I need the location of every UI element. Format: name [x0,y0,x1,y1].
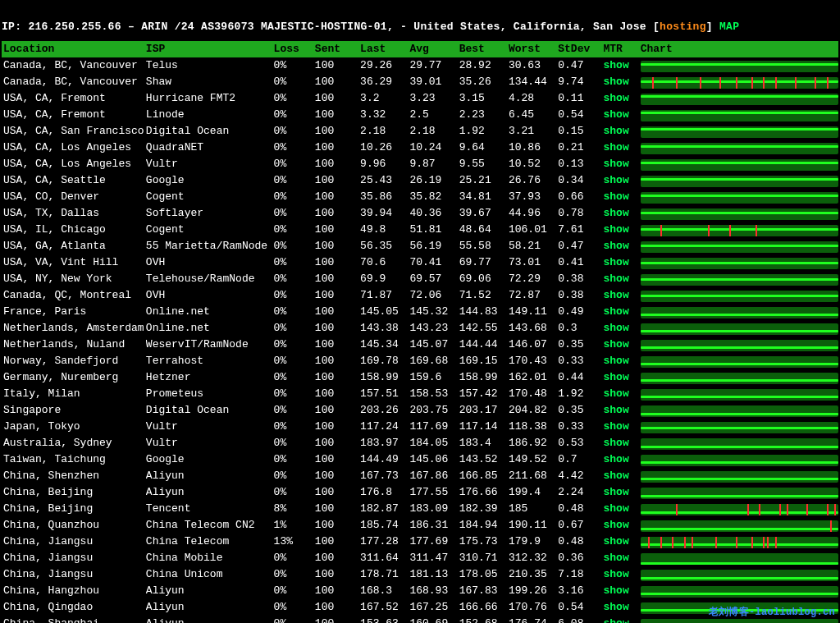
mtr-show-link[interactable]: show [604,320,641,337]
col-mtr[interactable]: MTR [604,41,641,57]
table-row: Norway, SandefjordTerrahost0%100169.7816… [2,353,838,369]
cell-location: USA, CA, Fremont [2,107,146,123]
cell-stdev: 0.54 [558,599,603,616]
chart-cell [641,205,838,222]
mtr-show-link[interactable]: show [604,254,641,271]
cell-last: 167.73 [360,468,409,484]
mtr-show-link[interactable]: show [604,304,641,320]
cell-last: 311.64 [360,550,409,566]
cell-avg: 145.06 [409,451,459,468]
cell-best: 34.81 [459,189,509,205]
cell-isp: 55 Marietta/RamNode [146,238,274,254]
cell-best: 166.66 [459,599,509,616]
mtr-show-link[interactable]: show [604,238,641,254]
cell-worst: 73.01 [509,254,558,271]
mtr-show-link[interactable]: show [604,271,641,287]
col-chart[interactable]: Chart [641,41,838,57]
col-last[interactable]: Last [360,41,409,57]
col-isp[interactable]: ISP [146,41,274,57]
cell-loss: 0% [274,369,315,386]
table-row: France, ParisOnline.net0%100145.05145.32… [2,304,838,320]
cell-worst: 37.93 [509,189,558,205]
mtr-show-link[interactable]: show [604,337,641,353]
chart-cell [641,238,838,254]
cell-isp: China Telecom [146,534,274,550]
mtr-show-link[interactable]: show [604,123,641,140]
mtr-show-link[interactable]: show [604,74,641,90]
cell-sent: 100 [315,205,360,222]
mtr-show-link[interactable]: show [604,451,641,468]
cell-last: 177.28 [360,534,409,550]
cell-best: 25.21 [459,172,509,189]
cell-isp: Aliyun [146,484,274,501]
col-sent[interactable]: Sent [315,41,360,57]
mtr-show-link[interactable]: show [604,616,641,623]
cell-stdev: 0.35 [558,337,603,353]
mtr-show-link[interactable]: show [604,599,641,616]
cell-best: 178.05 [459,566,509,583]
cell-avg: 160.69 [409,616,459,623]
cell-worst: 190.11 [509,517,558,534]
header-prefix: IP: [2,21,28,33]
cell-loss: 0% [274,57,315,74]
cell-isp: Digital Ocean [146,402,274,419]
mtr-show-link[interactable]: show [604,402,641,419]
cell-loss: 0% [274,287,315,304]
table-row: USA, VA, Vint HillOVH0%10070.670.4169.77… [2,254,838,271]
cell-sent: 100 [315,566,360,583]
col-loss[interactable]: Loss [274,41,315,57]
cell-loss: 0% [274,156,315,172]
table-row: China, JiangsuChina Unicom0%100178.71181… [2,566,838,583]
chart-cell [641,517,838,534]
chart-cell [641,386,838,402]
table-row: China, JiangsuChina Telecom13%100177.281… [2,534,838,550]
mtr-show-link[interactable]: show [604,287,641,304]
mtr-show-link[interactable]: show [604,156,641,172]
mtr-show-link[interactable]: show [604,435,641,451]
cell-best: 176.66 [459,484,509,501]
mtr-show-link[interactable]: show [604,534,641,550]
mtr-show-link[interactable]: show [604,468,641,484]
cell-stdev: 0.11 [558,90,603,107]
mtr-show-link[interactable]: show [604,57,641,74]
mtr-show-link[interactable]: show [604,386,641,402]
mtr-show-link[interactable]: show [604,369,641,386]
cell-sent: 100 [315,550,360,566]
mtr-show-link[interactable]: show [604,517,641,534]
cell-sent: 100 [315,140,360,156]
cell-best: 9.64 [459,140,509,156]
mtr-show-link[interactable]: show [604,107,641,123]
col-best[interactable]: Best [459,41,509,57]
cell-loss: 0% [274,484,315,501]
mtr-show-link[interactable]: show [604,172,641,189]
col-worst[interactable]: Worst [509,41,558,57]
mtr-show-link[interactable]: show [604,140,641,156]
cell-best: 167.83 [459,583,509,599]
mtr-show-link[interactable]: show [604,501,641,517]
col-stdev[interactable]: StDev [558,41,603,57]
mtr-show-link[interactable]: show [604,205,641,222]
col-location[interactable]: Location [2,41,146,57]
cell-sent: 100 [315,271,360,287]
cell-location: USA, GA, Atlanta [2,238,146,254]
mtr-show-link[interactable]: show [604,550,641,566]
mtr-show-link[interactable]: show [604,189,641,205]
cell-location: Canada, BC, Vancouver [2,74,146,90]
mtr-show-link[interactable]: show [604,353,641,369]
mtr-show-link[interactable]: show [604,90,641,107]
cell-loss: 0% [274,140,315,156]
cell-sent: 100 [315,189,360,205]
col-avg[interactable]: Avg [409,41,459,57]
cell-location: Norway, Sandefjord [2,353,146,369]
mtr-show-link[interactable]: show [604,566,641,583]
map-link[interactable]: MAP [719,21,739,33]
cell-location: Australia, Sydney [2,435,146,451]
cell-avg: 35.82 [409,189,459,205]
chart-cell [641,189,838,205]
mtr-show-link[interactable]: show [604,222,641,238]
mtr-show-link[interactable]: show [604,419,641,435]
mtr-show-link[interactable]: show [604,484,641,501]
cell-last: 117.24 [360,419,409,435]
cell-worst: 10.86 [509,140,558,156]
mtr-show-link[interactable]: show [604,583,641,599]
